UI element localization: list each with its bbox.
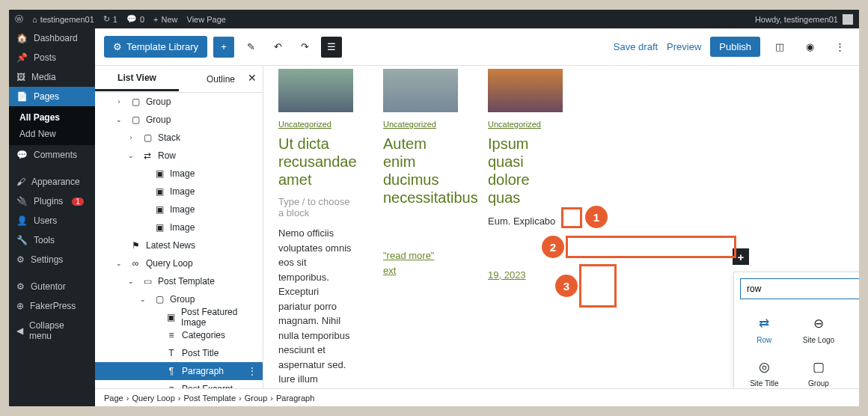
avatar[interactable] [843, 14, 853, 25]
paragraph-placeholder[interactable]: Type / to choose a block [278, 196, 353, 218]
post-title[interactable]: Ipsum quasi dolore quas [488, 135, 563, 207]
category-link[interactable]: Uncategorized [383, 120, 458, 129]
tree-node-row[interactable]: ⌄⇄Row [95, 147, 263, 165]
read-more-ext[interactable]: ext [383, 265, 396, 276]
block-inserter-popover: ✕ ⇄Row⊖Site Logo▦Table◎Site Title▢Group⊟… [733, 272, 859, 399]
close-icon[interactable]: ✕ [248, 72, 257, 84]
breadcrumb-post-template[interactable]: Post Template [184, 394, 236, 403]
tree-node-post-title[interactable]: TPost Title [95, 344, 263, 362]
marker-box-1 [561, 207, 582, 228]
tree-node-group[interactable]: ›▢Group [95, 93, 263, 111]
marker-1: 1 [585, 206, 608, 228]
sidebar-sub-all-pages[interactable]: All Pages [9, 109, 95, 126]
template-library-button[interactable]: ⚙ Template Library [104, 36, 207, 58]
post-title[interactable]: Ut dicta recusandae amet [278, 135, 353, 189]
post-card: Uncategorized Ut dicta recusandae amet T… [278, 69, 353, 401]
sidebar-item-media[interactable]: 🖼 Media [9, 67, 95, 87]
block-search-input[interactable] [740, 278, 859, 299]
tab-list-view[interactable]: List View [95, 67, 179, 91]
tree-node-query-loop[interactable]: ⌄∞Query Loop [95, 254, 263, 272]
marker-box-2 [566, 236, 736, 258]
preview-button[interactable]: Preview [667, 41, 701, 52]
marker-3: 3 [555, 275, 578, 297]
site-link[interactable]: ⌂ testingemen01 [32, 15, 94, 24]
category-link[interactable]: Uncategorized [488, 120, 563, 129]
featured-image[interactable] [488, 69, 563, 112]
sidebar-item-plugins[interactable]: 🔌 Plugins1 [9, 192, 95, 211]
howdy-text[interactable]: Howdy, testingemen01 [755, 15, 838, 24]
featured-image[interactable] [278, 69, 353, 112]
tree-node-group[interactable]: ⌄▢Group [95, 290, 263, 308]
tree-node-stack[interactable]: ›▢Stack [95, 129, 263, 147]
editor-toolbar: ⚙ Template Library + ✎ ↶ ↷ ☰ Save draft … [95, 28, 859, 66]
inserter-item-table[interactable]: ▦Table [846, 308, 859, 352]
tree-node-image[interactable]: ▣Image [95, 201, 263, 218]
inserter-item-site-logo[interactable]: ⊖Site Logo [792, 308, 846, 352]
breadcrumb-query-loop[interactable]: Query Loop [132, 394, 174, 403]
redo-button[interactable]: ↷ [294, 37, 315, 58]
breadcrumb-paragraph[interactable]: Paragraph [276, 394, 314, 403]
list-view-toggle[interactable]: ☰ [321, 37, 342, 58]
editor-canvas[interactable]: Uncategorized Ut dicta recusandae amet T… [263, 66, 859, 406]
sidebar-item-users[interactable]: 👤 Users [9, 211, 95, 230]
breadcrumb-page[interactable]: Page [104, 394, 123, 403]
breadcrumb-group[interactable]: Group [245, 394, 268, 403]
tree-node-categories[interactable]: ≡Categories [95, 326, 263, 344]
admin-bar: ⓦ ⌂ testingemen01 ↻ 1 💬 0 + New View Pag… [9, 10, 859, 28]
sidebar-item-dashboard[interactable]: 🏠 Dashboard [9, 28, 95, 48]
post-card: Uncategorized Ipsum quasi dolore quas Eu… [488, 69, 563, 401]
publish-button[interactable]: Publish [710, 37, 760, 57]
sidebar-item-gutentor[interactable]: ⚙ Gutentor [9, 277, 95, 296]
edit-mode-button[interactable]: ✎ [240, 37, 261, 58]
sidebar-item-appearance[interactable]: 🖌 Appearance [9, 172, 95, 192]
marker-2: 2 [542, 236, 564, 258]
sidebar-collapse[interactable]: ◀ Collapse menu [9, 316, 95, 346]
tree-node-image[interactable]: ▣Image [95, 165, 263, 183]
read-more-link[interactable]: "read more" [383, 250, 434, 261]
post-body: Eum. Explicabo [488, 214, 563, 229]
sidebar-toggle-icon[interactable]: ◫ [769, 37, 790, 58]
tree-node-paragraph[interactable]: ¶Paragraph⋮ [95, 362, 263, 380]
sidebar-item-posts[interactable]: 📌 Posts [9, 48, 95, 67]
updates-link[interactable]: ↻ 1 [103, 14, 117, 24]
new-link[interactable]: + New [153, 15, 177, 24]
gutentor-icon[interactable]: ◉ [799, 37, 820, 58]
inserter-item-row[interactable]: ⇄Row [737, 308, 792, 352]
tree-node-post-featured-image[interactable]: ▣Post Featured Image [95, 308, 263, 326]
category-link[interactable]: Uncategorized [278, 120, 353, 129]
comments-link[interactable]: 💬 0 [126, 14, 144, 24]
sidebar-item-fakerpress[interactable]: ⊕ FakerPress [9, 296, 95, 316]
save-draft-button[interactable]: Save draft [614, 41, 658, 52]
featured-image[interactable] [383, 69, 458, 112]
post-card: Uncategorized Autem enim ducimus necessi… [383, 69, 458, 401]
sidebar-item-pages[interactable]: 📄 Pages [9, 87, 95, 106]
breadcrumb: Page›Query Loop›Post Template›Group›Para… [95, 388, 859, 406]
marker-box-3 [579, 264, 617, 308]
tree-node-latest-news[interactable]: ⚑Latest News [95, 236, 263, 254]
add-block-button[interactable]: + [213, 37, 234, 58]
undo-button[interactable]: ↶ [267, 37, 288, 58]
wp-logo-icon[interactable]: ⓦ [15, 13, 23, 25]
tree-node-image[interactable]: ▣Image [95, 183, 263, 201]
tree-node-image[interactable]: ▣Image [95, 218, 263, 236]
sidebar-item-comments[interactable]: 💬 Comments [9, 145, 95, 165]
sidebar-item-tools[interactable]: 🔧 Tools [9, 230, 95, 250]
options-icon[interactable]: ⋮ [829, 37, 850, 58]
sidebar-item-settings[interactable]: ⚙ Settings [9, 250, 95, 269]
post-date[interactable]: 19, 2023 [488, 269, 563, 281]
post-excerpt: Nemo officiis voluptates omnis eos sit t… [278, 226, 353, 401]
tree-node-post-template[interactable]: ⌄▭Post Template [95, 272, 263, 290]
sidebar-sub-add-new[interactable]: Add New [9, 126, 95, 142]
admin-sidebar: 🏠 Dashboard 📌 Posts 🖼 Media 📄 Pages All … [9, 28, 95, 406]
post-title[interactable]: Autem enim ducimus necessitatibus [383, 135, 458, 207]
list-view-panel: List View Outline ✕ ›▢Group⌄▢Group›▢Stac… [95, 66, 263, 406]
tree-node-group[interactable]: ⌄▢Group [95, 111, 263, 129]
view-page-link[interactable]: View Page [187, 15, 226, 24]
